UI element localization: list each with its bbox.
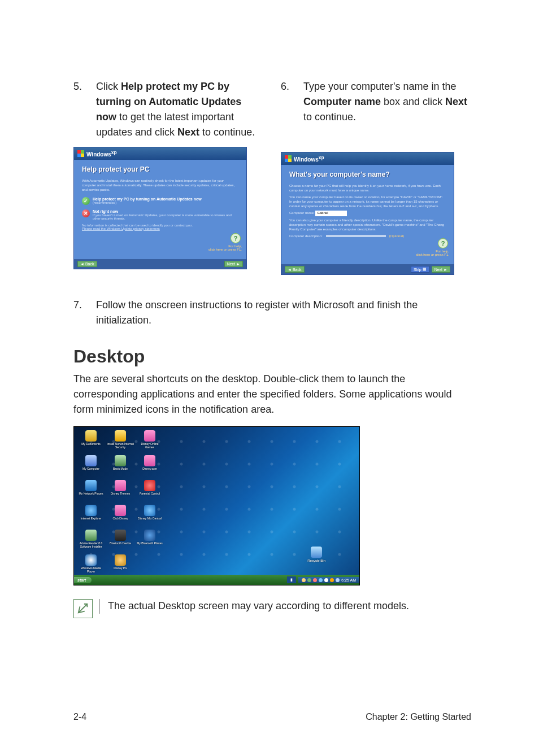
desktop-icon[interactable]: Adobe Reader 8.0 Software Installer: [77, 530, 105, 553]
wizard-heading: What's your computer's name?: [289, 171, 446, 178]
desktop-icon-glyph: [144, 480, 155, 491]
desktop-icon-glyph: [85, 530, 97, 541]
step-number: 7.: [73, 298, 96, 328]
windows-flag-icon: [77, 150, 84, 157]
back-button[interactable]: ◄ Back: [77, 261, 97, 267]
section-para: The are several shortcuts on the desktop…: [73, 372, 471, 417]
desktop-icon-label: Disney Pix: [114, 567, 127, 570]
desktop-icon[interactable]: Install Norton Internet Security: [107, 430, 134, 454]
desktop-icon-glyph: [115, 455, 126, 466]
desktop-icon[interactable]: My Documents: [77, 430, 105, 454]
tray-icon[interactable]: [330, 578, 334, 582]
step-7: 7. Follow the onscreen instructions to r…: [73, 298, 471, 328]
tray-icon[interactable]: [307, 578, 311, 582]
desktop-icon[interactable]: Disney.com: [136, 455, 163, 479]
xp-titlebar: Windowsxp: [74, 147, 246, 160]
note-text: The actual Desktop screen may vary accor…: [99, 599, 409, 613]
taskbar: start ▮ 6:25 AM: [74, 575, 359, 585]
desktop-icon[interactable]: Internet Explorer: [77, 505, 105, 528]
desktop-icon-glyph: [115, 530, 126, 541]
xp-wizard-help-protect: Windowsxp Help protect your PC With Auto…: [73, 147, 247, 269]
desktop-icon-label: Parental Control: [140, 492, 160, 496]
desktop-icon-label: Windows Media Player: [77, 567, 105, 573]
tray-icon[interactable]: [302, 578, 306, 582]
desktop-icon-label: Disney Online Games: [136, 443, 163, 449]
desktop-icon[interactable]: My Network Places: [77, 480, 105, 504]
wizard-heading: Help protect your PC: [82, 165, 238, 173]
desktop-icon-glyph: [144, 455, 155, 466]
desktop-icon[interactable]: Disney Mix Central: [136, 505, 163, 528]
computer-name-input[interactable]: Gabriel: [315, 211, 347, 216]
desktop-icon[interactable]: Disney Online Games: [136, 430, 163, 454]
desktop-icon-label: Install Norton Internet Security: [107, 443, 134, 449]
desktop-icon-glyph: [115, 430, 126, 442]
step-body: Follow the onscreen instructions to regi…: [96, 298, 471, 328]
chapter-label: Chapter 2: Getting Started: [366, 712, 471, 722]
desktop-icon-glyph: [85, 505, 97, 516]
step-body: Type your computer's name in the Compute…: [303, 79, 471, 125]
desktop-icon[interactable]: Bluetooth Device: [107, 530, 134, 553]
help-icon[interactable]: ?: [438, 238, 448, 248]
computer-desc-input[interactable]: [326, 235, 386, 237]
desktop-icon-label: Adobe Reader 8.0 Software Installer: [77, 542, 105, 548]
desktop-icon-label: Disney Mix Central: [138, 517, 162, 521]
manual-page: 5. Click Help protect my PC by turning o…: [0, 0, 539, 756]
desktop-icon[interactable]: Club Disney: [107, 505, 134, 528]
option-protect-now[interactable]: ✓ Help protect my PC by turning on Autom…: [82, 197, 238, 205]
tray-icon[interactable]: [336, 578, 340, 582]
desktop-icon-glyph: [85, 554, 97, 566]
desktop-icon-label: Basic Mode: [113, 467, 128, 471]
taskbar-language[interactable]: ▮: [287, 576, 296, 583]
wizard-intro: With Automatic Updates, Windows can rout…: [82, 179, 238, 192]
page-number: 2-4: [73, 712, 86, 722]
desktop-icon-glyph: [115, 554, 126, 566]
computer-name-label: Computer name:: [289, 211, 315, 215]
help-icon[interactable]: ?: [231, 233, 241, 243]
desktop-icon-glyph: [144, 430, 155, 442]
tray-clock: 6:25 AM: [341, 578, 356, 582]
start-button[interactable]: start: [74, 577, 92, 583]
desktop-icon-label: My Computer: [82, 467, 99, 471]
skip-button[interactable]: Skip ▦: [411, 266, 429, 273]
desktop-icon[interactable]: My Bluetooth Places: [136, 530, 163, 553]
option-not-right-now[interactable]: ✕ Not right now If you haven't turned on…: [82, 209, 238, 220]
shield-icon: ✓: [82, 197, 90, 205]
desktop-icon-label: Club Disney: [113, 517, 128, 521]
desktop-screenshot: My DocumentsInstall Norton Internet Secu…: [73, 426, 360, 585]
next-button[interactable]: Next ►: [432, 266, 450, 273]
desktop-icon-glyph: [85, 455, 97, 466]
desktop-icon-label: Disney Themes: [111, 492, 131, 496]
step-number: 6.: [281, 79, 303, 125]
step-6: 6. Type your computer's name in the Comp…: [281, 79, 471, 125]
computer-desc-label: Computer description:: [289, 234, 323, 239]
windows-flag-icon: [285, 155, 292, 162]
privacy-link[interactable]: Please read the Windows Update privacy s…: [82, 227, 160, 230]
desktop-icon-glyph: [85, 430, 97, 442]
x-shield-icon: ✕: [82, 209, 90, 217]
desktop-icon[interactable]: My Computer: [77, 455, 105, 479]
recycle-bin-icon[interactable]: Recycle Bin: [307, 547, 325, 562]
desktop-icon[interactable]: Disney Themes: [107, 480, 134, 504]
help-label: For help, click here or press F1.: [208, 244, 242, 251]
note-icon: [73, 599, 93, 618]
desktop-icon-label: Disney.com: [142, 467, 157, 471]
back-button[interactable]: ◄ Back: [285, 266, 305, 273]
desktop-icon-label: Internet Explorer: [81, 517, 102, 521]
desktop-icon-label: My Documents: [81, 443, 100, 446]
section-heading-desktop: Desktop: [73, 346, 471, 367]
tray-icon[interactable]: [319, 578, 323, 582]
desktop-icon-glyph: [144, 505, 155, 516]
desktop-icon-glyph: [115, 505, 126, 516]
page-footer: 2-4 Chapter 2: Getting Started: [73, 712, 471, 722]
desktop-icon-label: Bluetooth Device: [110, 542, 131, 545]
desktop-icon-label: My Bluetooth Places: [137, 542, 163, 545]
desktop-icon[interactable]: Parental Control: [136, 480, 163, 504]
tray-icon[interactable]: [324, 578, 328, 582]
next-button[interactable]: Next ►: [224, 261, 243, 267]
privacy-fineprint: No information is collected that can be …: [82, 224, 238, 230]
xp-wizard-computer-name: Windowsxp What's your computer's name? C…: [281, 152, 454, 275]
steps-5-6-row: 5. Click Help protect my PC by turning o…: [73, 79, 471, 275]
tray-icon[interactable]: [313, 578, 317, 582]
desktop-icon[interactable]: Basic Mode: [107, 455, 134, 479]
desktop-icon-glyph: [115, 480, 126, 491]
